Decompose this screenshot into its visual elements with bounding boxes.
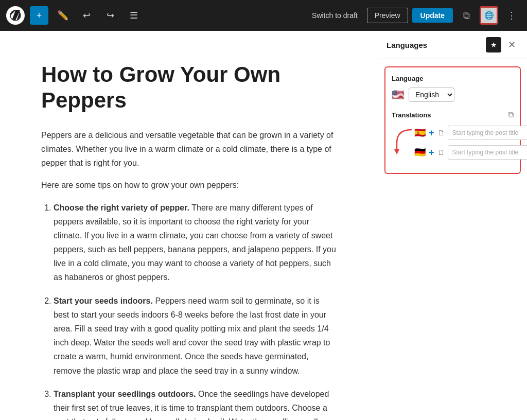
- view-icon: ⧉: [463, 10, 470, 21]
- post-intro: Peppers are a delicious and versatile ve…: [41, 128, 337, 170]
- es-flag: 🇪🇸: [414, 127, 426, 138]
- star-button[interactable]: ★: [486, 37, 501, 52]
- spanish-title-input[interactable]: [448, 126, 527, 140]
- sidebar-title: Languages: [387, 41, 427, 49]
- list-view-button[interactable]: ☰: [125, 6, 143, 25]
- preview-button[interactable]: Preview: [367, 8, 408, 23]
- undo-button[interactable]: ↩: [77, 6, 96, 25]
- tips-intro: Here are some tips on how to grow your o…: [41, 178, 337, 192]
- sidebar-header-actions: ★ ✕: [486, 37, 519, 52]
- post-body: Peppers are a delicious and versatile ve…: [41, 128, 337, 420]
- sidebar-header: Languages ★ ✕: [378, 31, 527, 59]
- translations-label: Translations: [392, 111, 431, 119]
- language-select[interactable]: English Spanish German French: [409, 87, 454, 102]
- redo-button[interactable]: ↪: [101, 6, 119, 25]
- copy-icon[interactable]: ⧉: [508, 110, 514, 119]
- ellipsis-icon: ⋮: [507, 10, 516, 21]
- svg-marker-1: [394, 149, 399, 154]
- edit-button[interactable]: ✏️: [54, 6, 72, 25]
- tip-1-bold: Choose the right variety of pepper.: [54, 203, 189, 212]
- topbar-right: Switch to draft Preview Update ⧉ 🌐 ⋮: [307, 6, 521, 25]
- us-flag: 🇺🇸: [392, 89, 405, 101]
- add-spanish-button[interactable]: +: [429, 128, 434, 137]
- topbar: + ✏️ ↩ ↪ ☰ Switch to draft Preview Updat…: [0, 0, 527, 31]
- plus-icon: +: [37, 10, 42, 21]
- language-select-row: 🇺🇸 English Spanish German French: [392, 87, 514, 102]
- de-flag: 🇩🇪: [414, 147, 426, 158]
- post-title[interactable]: How to Grow Your Own Peppers: [41, 62, 337, 114]
- undo-icon: ↩: [83, 10, 91, 21]
- switch-draft-button[interactable]: Switch to draft: [307, 8, 363, 23]
- update-button[interactable]: Update: [412, 8, 453, 23]
- tip-2-bold: Start your seeds indoors.: [54, 296, 153, 305]
- close-icon: ✕: [508, 40, 516, 49]
- view-toggle-button[interactable]: ⧉: [457, 6, 476, 25]
- tips-list: Choose the right variety of pepper. Ther…: [41, 201, 337, 420]
- add-button[interactable]: +: [30, 6, 48, 25]
- tip-1-text: There are many different types of pepper…: [54, 203, 336, 282]
- layout: How to Grow Your Own Peppers Peppers are…: [0, 31, 527, 420]
- star-icon: ★: [490, 41, 497, 49]
- german-title-input[interactable]: [448, 145, 527, 160]
- doc-icon: 🗋: [437, 148, 445, 156]
- translations-header: Translations ⧉: [392, 110, 514, 119]
- list-icon: ☰: [130, 10, 138, 21]
- editor-area: How to Grow Your Own Peppers Peppers are…: [0, 31, 378, 420]
- translate-button[interactable]: 🌐: [480, 6, 498, 25]
- wp-logo[interactable]: [6, 6, 25, 25]
- german-doc-button[interactable]: 🗋: [437, 148, 445, 156]
- pencil-icon: ✏️: [57, 10, 68, 21]
- redo-icon: ↪: [107, 10, 114, 21]
- translation-row-spanish: 🇪🇸 + 🗋: [414, 126, 514, 140]
- sidebar: Languages ★ ✕ Language 🇺🇸 English Spanis…: [378, 31, 527, 420]
- tip-2-text: Peppers need warm soil to germinate, so …: [54, 296, 330, 375]
- list-item: Start your seeds indoors. Peppers need w…: [54, 294, 337, 378]
- spanish-doc-button[interactable]: 🗋: [437, 129, 445, 137]
- close-sidebar-button[interactable]: ✕: [504, 38, 519, 52]
- more-options-button[interactable]: ⋮: [502, 6, 521, 25]
- language-label: Language: [392, 75, 514, 82]
- arrow-annotation: [392, 129, 412, 154]
- doc-icon: 🗋: [437, 129, 445, 137]
- list-item: Transplant your seedlings outdoors. Once…: [54, 387, 337, 420]
- tip-3-bold: Transplant your seedlings outdoors.: [54, 390, 196, 398]
- translation-row-german: 🇩🇪 + 🗋: [414, 145, 514, 160]
- list-item: Choose the right variety of pepper. Ther…: [54, 201, 337, 285]
- translate-icon: 🌐: [484, 11, 494, 20]
- add-german-button[interactable]: +: [429, 148, 434, 157]
- language-panel: Language 🇺🇸 English Spanish German Frenc…: [384, 66, 521, 174]
